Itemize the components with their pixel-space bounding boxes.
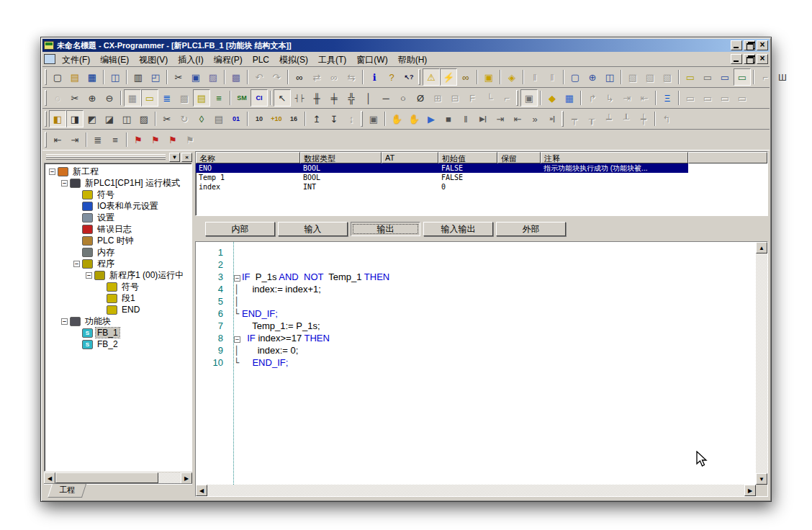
force-off-icon[interactable]: ↧: [325, 110, 343, 127]
step-in-icon[interactable]: ⇥: [492, 110, 509, 127]
menu-e[interactable]: 编辑(E): [95, 53, 134, 66]
code-line[interactable]: 2: [196, 259, 756, 271]
tree-item-project[interactable]: −新工程: [46, 166, 191, 177]
column-header-保留[interactable]: 保留: [497, 152, 541, 163]
tree-item-fb-st[interactable]: SFB_1: [46, 327, 191, 338]
code-line[interactable]: 5│: [196, 295, 756, 307]
new-horizontal-icon[interactable]: ─: [377, 89, 394, 107]
view-watch-icon[interactable]: ◪: [101, 110, 118, 127]
monitor-window-1-icon[interactable]: ▭: [699, 68, 716, 86]
properties-icon[interactable]: ▨: [135, 110, 153, 127]
code-line[interactable]: 10└ END_IF;: [196, 356, 756, 369]
tree-item-io-table[interactable]: IO表和单元设置: [46, 200, 191, 212]
scroll-right-icon[interactable]: ▶: [744, 485, 756, 496]
scan-run-icon[interactable]: ✋: [405, 110, 423, 127]
monitor-window-2-icon[interactable]: ▭: [716, 68, 734, 86]
context-help-icon[interactable]: ↖?: [400, 68, 418, 86]
tree-item-end-section[interactable]: END: [46, 304, 191, 315]
scroll-down-icon[interactable]: ▼: [756, 473, 767, 485]
show-comments-icon[interactable]: ▭: [141, 89, 158, 107]
code-line[interactable]: 3−IF P_1s AND NOT Temp_1 THEN: [196, 271, 756, 283]
show-section-list-icon[interactable]: ≡: [210, 89, 227, 107]
compile-and-find-icon[interactable]: ∞: [457, 68, 474, 86]
panel-menu-button[interactable]: ▼: [169, 153, 180, 162]
paste-special-icon[interactable]: ▩: [227, 68, 245, 86]
run-to-cursor-icon[interactable]: »|: [543, 110, 561, 127]
code-line[interactable]: 7 Temp_1:= P_1s;: [196, 320, 756, 332]
pause-debug-icon[interactable]: ‖: [457, 110, 474, 127]
search-document-icon[interactable]: ◫: [107, 68, 124, 86]
editor-vertical-scrollbar[interactable]: ▲ ▼: [756, 242, 767, 485]
outdent-icon[interactable]: ⇤: [49, 131, 66, 148]
fold-marker-icon[interactable]: −: [227, 272, 242, 282]
continuous-step-icon[interactable]: »: [526, 110, 543, 127]
show-workspace-icon[interactable]: ◧: [49, 110, 66, 127]
monitor-window-3-icon[interactable]: ▭: [734, 68, 751, 86]
force-on-icon[interactable]: ↥: [308, 110, 325, 127]
paste-icon[interactable]: ▨: [204, 68, 222, 86]
scroll-up-icon[interactable]: ▲: [756, 242, 767, 253]
scroll-left-icon[interactable]: ◀: [44, 472, 55, 484]
tab-project[interactable]: 工程: [48, 484, 86, 498]
tree-item-section[interactable]: 段1: [46, 292, 191, 304]
tree-expander-icon[interactable]: −: [61, 180, 68, 187]
step-out-icon[interactable]: ⇤: [509, 110, 526, 127]
menu-w[interactable]: 窗口(W): [351, 53, 392, 66]
panel-close-icon[interactable]: ×: [181, 153, 192, 162]
new-file-icon[interactable]: ▢: [49, 68, 66, 86]
tree-item-program[interactable]: −新程序1 (00)运行中: [46, 269, 191, 281]
tree-item-programs[interactable]: −程序: [46, 258, 191, 269]
tab-输入[interactable]: 输入: [278, 222, 348, 236]
select-mode-icon[interactable]: ↖: [274, 89, 291, 107]
tab-内部[interactable]: 内部: [205, 222, 275, 236]
zoom-out-icon[interactable]: ⊖: [101, 89, 118, 107]
compile-icon[interactable]: ▢: [567, 68, 584, 86]
code-line[interactable]: 4│ index:= index+1;: [196, 283, 756, 295]
print-preview-icon[interactable]: ◰: [147, 68, 164, 86]
tree-expander-icon[interactable]: −: [49, 169, 55, 175]
zoom-region-icon[interactable]: ✂: [66, 89, 84, 107]
new-or-contact-icon[interactable]: ╪: [325, 89, 343, 107]
definition-list-icon[interactable]: ≣: [89, 131, 107, 148]
toolbar-grip[interactable]: [561, 111, 564, 127]
tree-item-error-log[interactable]: 错误日志: [46, 223, 191, 235]
work-online-simulator-icon[interactable]: ⚡: [440, 68, 457, 86]
tree-item-plc[interactable]: −新PLC1[CP1H] 运行模式: [46, 177, 191, 189]
bookmark-toggle-icon[interactable]: ⚑: [130, 131, 147, 148]
address-reference-icon[interactable]: CI: [251, 89, 268, 107]
show-grid-icon[interactable]: ▦: [124, 89, 141, 107]
new-closed-coil-icon[interactable]: Ø: [412, 89, 429, 107]
column-header-名称[interactable]: 名称: [196, 152, 300, 163]
help-icon[interactable]: ?: [383, 68, 400, 86]
code-line[interactable]: 6└END_IF;: [196, 307, 756, 320]
cut-icon[interactable]: ✂: [170, 68, 187, 86]
fold-marker-icon[interactable]: −: [227, 333, 242, 343]
about-icon[interactable]: ℹ: [366, 68, 383, 86]
tree-item-function-blocks[interactable]: −功能块: [46, 315, 191, 327]
minimize-button[interactable]: [731, 40, 742, 50]
close-button[interactable]: [757, 40, 768, 50]
auto-allocation-icon[interactable]: Ξ: [659, 89, 676, 107]
program-protect-icon[interactable]: ◊: [193, 110, 210, 127]
toolbar-grip[interactable]: [361, 111, 363, 127]
monitor-signed-decimal-icon[interactable]: +10: [268, 110, 285, 127]
declaration-jump-icon[interactable]: ≡: [107, 131, 124, 148]
show-symbol-bar-icon[interactable]: ▤: [193, 89, 210, 107]
set-value-icon[interactable]: ▣: [365, 110, 382, 127]
code-line[interactable]: 8− IF index>=17 THEN: [196, 332, 756, 344]
open-file-icon[interactable]: ▤: [66, 68, 84, 86]
tree-expander-icon[interactable]: −: [61, 318, 68, 325]
column-header-初始值[interactable]: 初始值: [438, 152, 497, 163]
transfer-simulator-icon[interactable]: ◈: [503, 68, 520, 86]
show-rung-list-icon[interactable]: ≣: [158, 89, 176, 107]
tree-item-symbols[interactable]: 符号: [46, 281, 191, 292]
restore-button[interactable]: [744, 40, 755, 50]
code-line[interactable]: 9│ index:= 0;: [196, 344, 756, 356]
tab-输出[interactable]: 输出: [351, 222, 420, 236]
new-contact-icon[interactable]: ┤├: [291, 89, 308, 107]
tab-输入输出[interactable]: 输入输出: [423, 222, 493, 236]
io-table-icon[interactable]: ▤: [210, 110, 227, 127]
menu-h[interactable]: 帮助(H): [393, 53, 433, 66]
title-bar[interactable]: 未命名標題 - CX-Programmer - [新PLC1.FB_1 [功能块…: [42, 39, 770, 52]
new-closed-contact-icon[interactable]: ╫: [308, 89, 325, 107]
